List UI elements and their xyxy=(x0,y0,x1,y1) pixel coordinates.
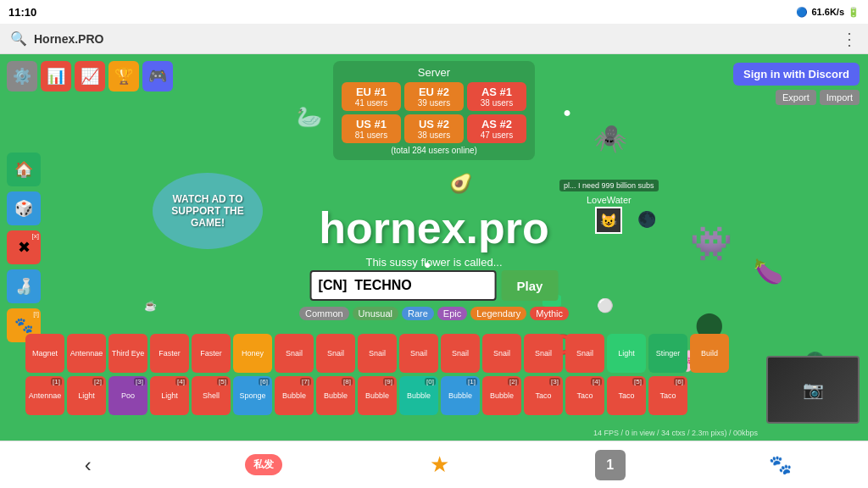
server-panel: Server EU #141 usersEU #239 usersAS #138… xyxy=(333,61,535,160)
deco-bird: 🦢 xyxy=(297,105,322,129)
fps-display: 14 FPS / 0 in view / 34 ctxs / 2.3m pixs… xyxy=(593,429,758,437)
browser-menu-button[interactable]: ⋮ xyxy=(841,29,858,49)
equip1-0-magnet[interactable]: Magnet xyxy=(25,334,64,373)
discord-signin-button[interactable]: Sign in with Discord xyxy=(733,63,860,86)
server-eu1-button[interactable]: EU #141 users xyxy=(342,82,401,111)
deco-avocado: 🥑 xyxy=(449,173,472,195)
home-button[interactable]: 🏠 xyxy=(7,152,41,186)
url-bar: 🔍 Hornex.PRO ⋮ xyxy=(0,24,868,54)
mini-camera: 📷 xyxy=(766,356,860,424)
import-button[interactable]: Import xyxy=(820,90,860,105)
rarity-common-tag[interactable]: Common xyxy=(299,307,349,320)
search-icon: 🔍 xyxy=(10,30,27,47)
main-title: hornex.pro xyxy=(319,202,549,253)
equipment-row-2: Antennae[1]Light[2]Poo[3]Light[4]Shell[5… xyxy=(25,376,687,415)
equip2-5-sponge[interactable]: Sponge[6] xyxy=(233,376,272,415)
equip2-4-shell[interactable]: Shell[5] xyxy=(192,376,231,415)
game-area: 🦢 🕷️ 👾 🍆 ⭕ ⚪ 🌑 ● ● 🌸 ☕ 🥑 🌑 ⬤ ⚙️ 📊 📈 🏆 🎮 … xyxy=(0,54,868,441)
chat-button[interactable]: 私发 xyxy=(242,448,285,482)
stats-button[interactable]: 📊 xyxy=(41,61,71,92)
equip1-4-faster[interactable]: Faster xyxy=(192,334,231,373)
equip2-1-light[interactable]: Light[2] xyxy=(67,376,106,415)
dice-button[interactable]: 🎲 xyxy=(7,191,41,225)
bottom-navigation: ‹ 私发 ★ 1 🐾 xyxy=(0,441,868,488)
deco-creature: 👾 xyxy=(690,224,732,263)
player-label: pl... I need 999 billion subs LoveWater … xyxy=(559,180,659,234)
equip1-6-snail[interactable]: Snail xyxy=(275,334,314,373)
equip2-11-bubble[interactable]: Bubble[2] xyxy=(482,376,521,415)
equipment-row-1: MagnetAntennaeThird EyeFasterFasterHoney… xyxy=(25,334,729,373)
equip1-11-snail[interactable]: Snail xyxy=(482,334,521,373)
play-button[interactable]: Play xyxy=(502,270,559,301)
server-eu2-button[interactable]: EU #239 users xyxy=(404,82,464,111)
deco-bean: ☕ xyxy=(144,300,157,312)
equip2-6-bubble[interactable]: Bubble[7] xyxy=(275,376,314,415)
equip1-13-snail[interactable]: Snail xyxy=(565,334,604,373)
equip2-9-bubble[interactable]: Bubble[0] xyxy=(399,376,438,415)
equip2-0-antennae[interactable]: Antennae[1] xyxy=(25,376,64,415)
player-name: LoveWater xyxy=(587,195,632,205)
trophy-button[interactable]: 🏆 xyxy=(108,61,139,92)
left-panel-buttons: 🏠🎲✖[x]🍶🐾[!] xyxy=(7,152,41,342)
export-import-panel: Export Import xyxy=(776,90,860,105)
time-display: 11:10 xyxy=(8,6,36,19)
equip2-13-taco[interactable]: Taco[4] xyxy=(565,376,604,415)
bottle-button[interactable]: 🍶 xyxy=(7,269,41,303)
url-text[interactable]: Hornex.PRO xyxy=(34,32,103,46)
settings-button[interactable]: ⚙️ xyxy=(7,61,37,92)
equip1-15-stinger[interactable]: Stinger xyxy=(648,334,687,373)
star-button[interactable]: ★ xyxy=(419,448,461,482)
status-time: 11:10 xyxy=(8,6,36,19)
equip2-15-taco[interactable]: Taco[6] xyxy=(648,376,687,415)
status-bar: 11:10 🔵 61.6K/s 🔋 xyxy=(0,0,868,24)
watch-ad-button[interactable]: WATCH AD TO SUPPORT THE GAME! xyxy=(153,173,263,249)
potion-x-button[interactable]: ✖[x] xyxy=(7,230,41,264)
equip1-3-faster[interactable]: Faster xyxy=(150,334,189,373)
network-speed: 61.6K/s xyxy=(811,7,844,17)
badge-button[interactable]: 1 xyxy=(595,450,626,480)
equip2-12-taco[interactable]: Taco[3] xyxy=(524,376,563,415)
rarity-legendary-tag[interactable]: Legendary xyxy=(470,307,526,320)
toolbar: ⚙️ 📊 📈 🏆 🎮 xyxy=(7,61,173,92)
status-icons: 🔵 61.6K/s 🔋 xyxy=(796,7,860,18)
export-button[interactable]: Export xyxy=(776,90,816,105)
back-button[interactable]: ‹ xyxy=(67,448,109,482)
equip1-2-third eye[interactable]: Third Eye xyxy=(108,334,147,373)
rarity-rare-tag[interactable]: Rare xyxy=(402,307,434,320)
server-grid: EU #141 usersEU #239 usersAS #138 usersU… xyxy=(342,82,526,143)
equip2-14-taco[interactable]: Taco[5] xyxy=(607,376,646,415)
equip1-8-snail[interactable]: Snail xyxy=(358,334,397,373)
name-input[interactable] xyxy=(310,270,497,301)
rarity-filter-row: CommonUnusualRareEpicLegendaryMythic xyxy=(299,307,569,320)
equip1-1-antennae[interactable]: Antennae xyxy=(67,334,106,373)
server-as2-button[interactable]: AS #247 users xyxy=(467,114,526,143)
equip2-3-light[interactable]: Light[4] xyxy=(150,376,189,415)
discord-toolbar-button[interactable]: 🎮 xyxy=(142,61,173,92)
bluetooth-icon: 🔵 xyxy=(796,7,808,18)
equip2-8-bubble[interactable]: Bubble[9] xyxy=(358,376,397,415)
equip1-7-snail[interactable]: Snail xyxy=(316,334,355,373)
server-us1-button[interactable]: US #181 users xyxy=(342,114,401,143)
deco-dot2: ● xyxy=(563,105,571,120)
equip1-10-snail[interactable]: Snail xyxy=(441,334,480,373)
equip1-9-snail[interactable]: Snail xyxy=(399,334,438,373)
equip1-16-build[interactable]: Build xyxy=(690,334,729,373)
equip1-12-snail[interactable]: Snail xyxy=(524,334,563,373)
paw-button[interactable]: 🐾 xyxy=(759,448,801,482)
equip1-5-honey[interactable]: Honey xyxy=(233,334,272,373)
rarity-mythic-tag[interactable]: Mythic xyxy=(530,307,569,320)
name-input-row: Play xyxy=(310,270,559,301)
equip2-7-bubble[interactable]: Bubble[8] xyxy=(316,376,355,415)
rarity-unusual-tag[interactable]: Unusual xyxy=(353,307,398,320)
leaderboard-button[interactable]: 📈 xyxy=(75,61,105,92)
battery-icon: 🔋 xyxy=(848,7,860,18)
camera-view: 📷 xyxy=(768,358,858,422)
server-as1-button[interactable]: AS #138 users xyxy=(467,82,526,111)
equip1-14-light[interactable]: Light xyxy=(607,334,646,373)
rarity-epic-tag[interactable]: Epic xyxy=(437,307,467,320)
server-us2-button[interactable]: US #238 users xyxy=(404,114,464,143)
server-title: Server xyxy=(342,66,526,79)
equip2-2-poo[interactable]: Poo[3] xyxy=(108,376,147,415)
equip2-10-bubble[interactable]: Bubble[1] xyxy=(441,376,480,415)
watch-ad-text: WATCH AD TO SUPPORT THE GAME! xyxy=(171,193,243,229)
